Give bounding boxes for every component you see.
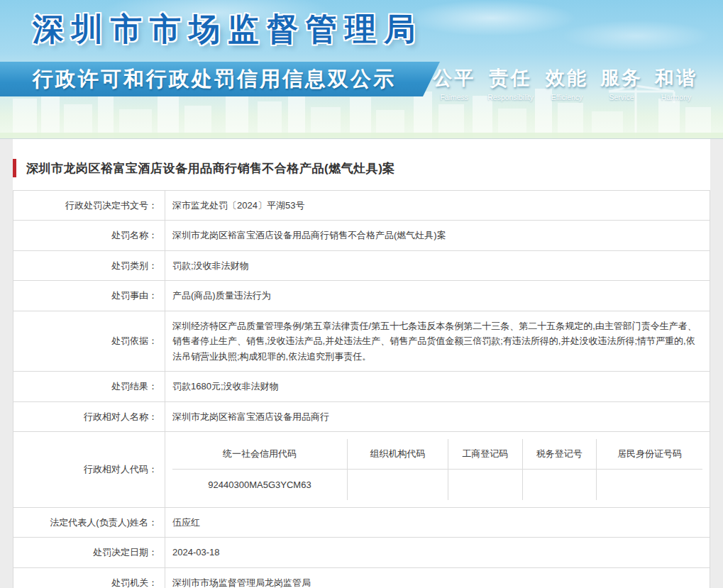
- table-row: 处罚依据： 深圳经济特区产品质量管理条例/第五章法律责任/第五十七条违反本条例第…: [13, 311, 710, 371]
- slogan-en: Faimess: [433, 93, 475, 101]
- code-value-row: 92440300MA5G3YCM63: [172, 470, 702, 500]
- slogan-cn: 公平: [433, 65, 475, 91]
- penalty-info-table: 行政处罚决定书文号： 深市监龙处罚〔2024〕平湖53号 处罚名称： 深圳市龙岗…: [13, 190, 710, 588]
- field-label: 行政相对人名称：: [13, 401, 165, 431]
- table-row: 处罚类别： 罚款;没收非法财物: [13, 250, 710, 280]
- slogan-item: 和谐 Harmony: [655, 65, 697, 101]
- code-value: [448, 470, 522, 500]
- code-value: [597, 470, 702, 500]
- field-label: 行政相对人代码：: [13, 431, 165, 507]
- table-row: 处罚名称： 深圳市龙岗区裕富宝酒店设备用品商行销售不合格产品(燃气灶具)案: [13, 221, 710, 250]
- field-label: 处罚机关：: [13, 567, 165, 588]
- slogan-cn: 责任: [487, 65, 534, 91]
- field-label: 处罚决定日期：: [13, 538, 165, 567]
- field-value: 深市监龙处罚〔2024〕平湖53号: [165, 191, 710, 221]
- code-header: 组织机构代码: [348, 439, 448, 470]
- field-label: 处罚事由：: [13, 281, 165, 311]
- site-header: 深圳市市场监督管理局 行政许可和行政处罚信用信息双公示 公平 Faimess 责…: [0, 0, 723, 139]
- code-value: [522, 470, 597, 500]
- slogan-item: 责任 Responsibility: [487, 65, 534, 101]
- table-row-party-codes: 行政相对人代码： 统一社会信用代码 组织机构代码 工商登记码 税务登记号: [13, 431, 710, 507]
- table-row: 处罚机关： 深圳市市场监督管理局龙岗监管局: [13, 567, 710, 588]
- table-row: 处罚结果： 罚款1680元;没收非法财物: [13, 372, 710, 401]
- code-header: 统一社会信用代码: [172, 439, 348, 470]
- field-value: 罚款1680元;没收非法财物: [165, 372, 710, 401]
- field-label: 处罚类别：: [13, 250, 165, 280]
- field-value: 罚款;没收非法财物: [165, 250, 710, 280]
- field-value: 深圳市龙岗区裕富宝酒店设备用品商行销售不合格产品(燃气灶具)案: [165, 221, 710, 250]
- slogan-en: Responsibility: [487, 93, 534, 101]
- table-row: 行政处罚决定书文号： 深市监龙处罚〔2024〕平湖53号: [13, 191, 710, 221]
- field-value: 2024-03-18: [165, 538, 710, 567]
- code-header: 工商登记码: [448, 439, 522, 470]
- code-value: [348, 470, 448, 500]
- party-code-cell: 统一社会信用代码 组织机构代码 工商登记码 税务登记号 居民身份证号码 9244…: [165, 431, 710, 507]
- title-accent-bar: [13, 159, 16, 177]
- table-row: 处罚事由： 产品(商品)质量违法行为: [13, 281, 710, 311]
- banner-ribbon: 行政许可和行政处罚信用信息双公示: [0, 62, 440, 96]
- slogan-item: 效能 Efficiency: [546, 65, 588, 101]
- table-row: 处罚决定日期： 2024-03-18: [13, 538, 710, 567]
- field-label: 处罚名称：: [13, 221, 165, 250]
- field-label: 行政处罚决定书文号：: [13, 191, 165, 221]
- slogan-item: 公平 Faimess: [433, 65, 475, 101]
- slogan-en: Efficiency: [546, 93, 588, 101]
- code-value: 92440300MA5G3YCM63: [172, 470, 348, 500]
- field-value: 伍应红: [165, 507, 710, 537]
- content-area: 深圳市龙岗区裕富宝酒店设备用品商行销售不合格产品(燃气灶具)案 行政处罚决定书文…: [13, 139, 710, 588]
- slogan-en: Harmony: [655, 93, 697, 101]
- slogan-item: 服务 Service: [600, 65, 643, 101]
- table-row: 法定代表人(负责人)姓名： 伍应红: [13, 507, 710, 537]
- slogan-cn: 效能: [546, 65, 588, 91]
- code-header: 居民身份证号码: [597, 439, 702, 470]
- field-value: 深圳经济特区产品质量管理条例/第五章法律责任/第五十七条违反本条例第二十三条、第…: [165, 311, 710, 371]
- slogan-cn: 服务: [600, 65, 643, 91]
- field-value: 深圳市市场监督管理局龙岗监管局: [165, 567, 710, 588]
- slogan-group: 公平 Faimess 责任 Responsibility 效能 Efficien…: [433, 65, 697, 101]
- field-label: 处罚结果：: [13, 372, 165, 401]
- slogan-en: Service: [600, 93, 643, 101]
- field-label: 法定代表人(负责人)姓名：: [13, 507, 165, 537]
- site-title: 深圳市市场监督管理局: [33, 9, 423, 50]
- field-value: 深圳市龙岗区裕富宝酒店设备用品商行: [165, 401, 710, 431]
- table-row: 行政相对人名称： 深圳市龙岗区裕富宝酒店设备用品商行: [13, 401, 710, 431]
- field-label: 处罚依据：: [13, 311, 165, 371]
- field-value: 产品(商品)质量违法行为: [165, 281, 710, 311]
- case-title: 深圳市龙岗区裕富宝酒店设备用品商行销售不合格产品(燃气灶具)案: [26, 160, 395, 177]
- banner-ribbon-text: 行政许可和行政处罚信用信息双公示: [33, 65, 396, 94]
- case-title-block: 深圳市龙岗区裕富宝酒店设备用品商行销售不合格产品(燃气灶具)案: [13, 157, 710, 190]
- party-code-table: 统一社会信用代码 组织机构代码 工商登记码 税务登记号 居民身份证号码 9244…: [172, 439, 702, 500]
- code-header: 税务登记号: [522, 439, 597, 470]
- slogan-cn: 和谐: [655, 65, 697, 91]
- code-header-row: 统一社会信用代码 组织机构代码 工商登记码 税务登记号 居民身份证号码: [172, 439, 702, 470]
